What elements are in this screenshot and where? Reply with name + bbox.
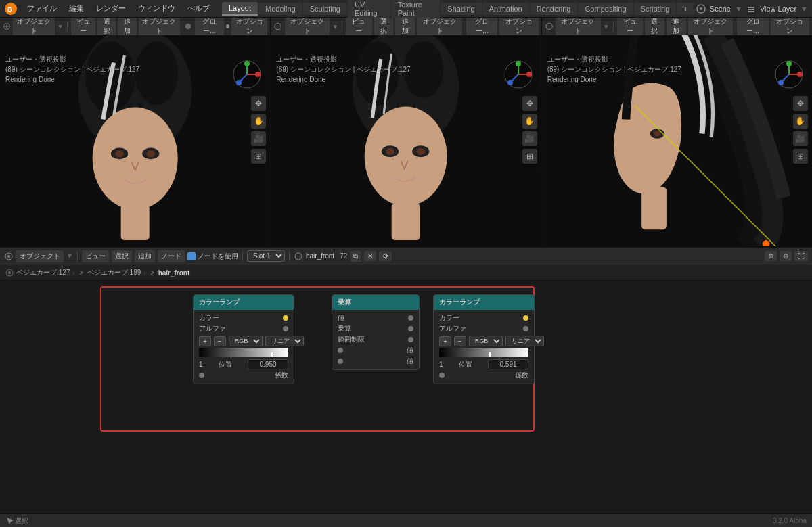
view-btn-1[interactable]: ビュー — [71, 18, 95, 37]
tab-uv-editing[interactable]: UV Editing — [348, 0, 390, 19]
move-tool-2[interactable]: ✥ — [522, 96, 537, 111]
viewport-content-3[interactable]: ユーザー・透視投影 (89) シーンコレクション | ベジエカーブ.127 Re… — [542, 35, 812, 246]
options-btn-3[interactable]: オプション — [771, 18, 809, 37]
tab-sculpting[interactable]: Sculpting — [303, 3, 347, 15]
cr2-interp-select[interactable]: リニア — [505, 336, 544, 346]
menu-help[interactable]: ヘルプ — [182, 2, 215, 15]
object-btn-ne[interactable]: オブジェクト — [16, 250, 64, 262]
scene-name[interactable]: Scene — [710, 5, 731, 13]
cursor-tool-3[interactable]: ✋ — [793, 114, 808, 129]
cr1-stop-handle[interactable] — [271, 352, 273, 357]
move-tool-3[interactable]: ✥ — [793, 96, 808, 111]
tab-texture-paint[interactable]: Texture Paint — [391, 0, 441, 19]
viewport-status-3: Rendering Done — [547, 74, 681, 85]
tab-compositing[interactable]: Compositing — [578, 3, 633, 15]
select-btn-1[interactable]: 選択 — [97, 18, 116, 37]
viewport-content-1[interactable]: ユーザー・透視投影 (89) シーンコレクション | ベジエカーブ.127 Re… — [0, 35, 270, 246]
color-ramp-node-1[interactable]: カラーランプ カラー アルファ + − RGB — [193, 294, 294, 384]
viewport-panel-3: オブジェクト ▼ ビュー 選択 追加 オブジェクト グロー... オプション — [542, 18, 812, 246]
add-btn-1[interactable]: 追加 — [118, 18, 136, 37]
object-btn-1[interactable]: オブジェクト — [139, 18, 181, 37]
options-btn-2[interactable]: オプション — [499, 18, 538, 37]
grid-tool-1[interactable]: ⊞ — [251, 149, 266, 164]
menu-edit[interactable]: 編集 — [64, 2, 89, 15]
cursor-tool-1[interactable]: ✋ — [251, 114, 266, 129]
svg-point-51 — [508, 80, 513, 85]
options-btn-1[interactable]: オプション — [231, 18, 267, 37]
node-canvas[interactable]: グラデーションテクスチャ カラー 係数 リニア ▼ ベクトル — [0, 281, 812, 525]
add-btn-ne[interactable]: 追加 — [135, 250, 155, 262]
color-ramp-node-2[interactable]: カラーランプ カラー アルファ + − RGB — [433, 294, 535, 384]
viewport-mode-icon-1 — [3, 22, 11, 31]
cursor-tool-2[interactable]: ✋ — [522, 114, 537, 129]
viewport-content-2[interactable]: ユーザー・透視投影 (89) シーンコレクション | ベジエカーブ.127 Re… — [271, 35, 541, 246]
cr1-minus-btn[interactable]: − — [214, 336, 226, 346]
tab-modeling[interactable]: Modeling — [258, 3, 302, 15]
curves-value2-in: 値 — [338, 356, 413, 367]
menu-file[interactable]: ファイル — [22, 2, 62, 15]
select-btn-3[interactable]: 選択 — [645, 18, 664, 37]
version-badge: 3.2.0 Alpha — [773, 517, 807, 524]
settings-btn-ne[interactable]: ⚙ — [379, 251, 392, 261]
svg-point-3 — [700, 7, 702, 10]
use-nodes-toggle[interactable]: ノードを使用 — [187, 252, 238, 261]
tab-scripting[interactable]: Scripting — [634, 3, 677, 15]
camera-tool-1[interactable]: 🎥 — [251, 131, 266, 146]
add-btn-3[interactable]: 追加 — [667, 18, 686, 37]
material-name[interactable]: hair_front — [306, 252, 334, 260]
use-nodes-checkbox[interactable] — [187, 252, 196, 260]
add-btn-2[interactable]: 追加 — [395, 18, 415, 37]
object-mode-btn-1[interactable]: オブジェクト — [13, 18, 55, 37]
cr2-mode-select[interactable]: RGB — [469, 336, 503, 346]
cr2-plus-btn[interactable]: + — [439, 336, 451, 346]
breadcrumb-item-2[interactable]: ベジエカーブ.189 — [87, 268, 141, 277]
cr1-factor-label: 係数 — [275, 371, 288, 380]
overlay-btn-2[interactable]: グロー... — [466, 18, 497, 37]
overlay-btn-3[interactable]: グロー... — [737, 18, 768, 37]
object-mode-btn-2[interactable]: オブジェクト — [285, 18, 330, 37]
view-layer-name[interactable]: View Layer — [760, 5, 796, 13]
grid-tool-2[interactable]: ⊞ — [522, 149, 537, 164]
object-btn-3[interactable]: オブジェクト — [688, 18, 734, 37]
object-mode-btn-3[interactable]: オブジェクト — [556, 18, 601, 37]
object-btn-2[interactable]: オブジェクト — [417, 18, 462, 37]
overlay-btn-1[interactable]: グロー... — [195, 18, 224, 37]
menu-window[interactable]: ウィンドウ — [133, 2, 181, 15]
cr1-plus-btn[interactable]: + — [199, 336, 211, 346]
cr1-pos-value[interactable]: 0.950 — [248, 359, 288, 369]
breadcrumb-item-3[interactable]: hair_front — [158, 269, 190, 277]
tab-shading[interactable]: Shading — [441, 3, 481, 15]
cr2-minus-btn[interactable]: − — [454, 336, 466, 346]
tab-animation[interactable]: Animation — [482, 3, 529, 15]
cr1-interp-select[interactable]: リニア — [265, 336, 304, 346]
close-material-btn[interactable]: ✕ — [364, 251, 376, 261]
tab-layout[interactable]: Layout — [222, 2, 258, 16]
svg-point-68 — [295, 253, 302, 260]
node-btn-ne[interactable]: ノード — [158, 250, 185, 262]
svg-rect-56 — [641, 187, 667, 229]
view-btn-ne[interactable]: ビュー — [82, 250, 109, 262]
svg-rect-18 — [121, 205, 150, 241]
fullscreen-btn-ne[interactable]: ⛶ — [794, 251, 808, 261]
move-tool-1[interactable]: ✥ — [251, 96, 266, 111]
select-btn-2[interactable]: 選択 — [374, 18, 394, 37]
view-btn-3[interactable]: ビュー — [617, 18, 643, 37]
camera-tool-2[interactable]: 🎥 — [522, 131, 537, 146]
cr1-mode-select[interactable]: RGB — [229, 336, 263, 346]
zoom-btn-ne[interactable]: ⊕ — [765, 251, 777, 261]
tab-add[interactable]: + — [677, 3, 694, 15]
cr2-stop-handle[interactable] — [489, 352, 491, 357]
view-btn-2[interactable]: ビュー — [346, 18, 371, 37]
menu-render[interactable]: レンダー — [91, 2, 131, 15]
slot-selector[interactable]: Slot 1 — [247, 250, 285, 262]
camera-tool-3[interactable]: 🎥 — [793, 131, 808, 146]
zoom-out-btn-ne[interactable]: ⊖ — [780, 251, 792, 261]
copy-material-btn[interactable]: ⧉ — [350, 251, 361, 262]
curves-node[interactable]: 乗算 値 乗算 範囲制限 値 — [332, 294, 420, 370]
grid-tool-3[interactable]: ⊞ — [793, 149, 808, 164]
select-btn-ne[interactable]: 選択 — [112, 250, 132, 262]
tab-rendering[interactable]: Rendering — [530, 3, 578, 15]
cr2-pos-value[interactable]: 0.591 — [488, 359, 528, 369]
breadcrumb-item-1[interactable]: ベジエカーブ.127 — [16, 268, 70, 277]
svg-point-41 — [417, 148, 426, 156]
